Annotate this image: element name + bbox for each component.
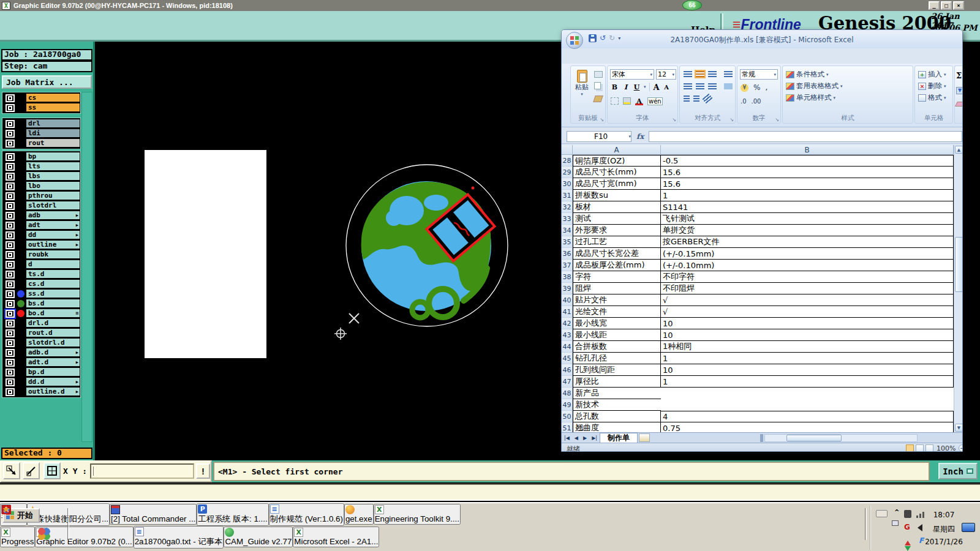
paste-button[interactable]: 粘贴 ▾ <box>573 70 591 97</box>
page-break-view-icon[interactable] <box>925 444 933 452</box>
row-number[interactable]: 38 <box>562 271 573 283</box>
cell-column-a[interactable]: 铜箔厚度(OZ) <box>573 155 661 167</box>
layer-label[interactable]: bs.d <box>26 299 80 308</box>
layer-checkbox[interactable] <box>6 310 15 318</box>
cell-column-b[interactable]: 1种相同 <box>661 341 954 353</box>
zoom-out-icon[interactable]: − <box>959 444 963 452</box>
layer-row[interactable]: adb.d▶ <box>3 348 80 358</box>
layer-checkbox[interactable] <box>6 300 15 308</box>
layer-row[interactable]: outline.d▶ <box>3 387 80 397</box>
underline-button[interactable]: U <box>633 83 641 91</box>
borders-icon[interactable] <box>611 97 619 105</box>
cell-column-b[interactable]: 按GERBER文件 <box>661 236 954 248</box>
layer-checkbox[interactable] <box>6 153 15 161</box>
layer-label[interactable]: lbs <box>26 171 80 181</box>
layer-checkbox[interactable] <box>6 140 15 148</box>
increase-indent-icon[interactable] <box>693 96 699 102</box>
undo-icon[interactable]: ↺ <box>600 34 606 42</box>
layer-row[interactable]: dd.d▶ <box>3 377 80 387</box>
units-toggle-button[interactable]: Inch <box>938 463 978 479</box>
decrease-indent-icon[interactable] <box>684 96 690 102</box>
tab-scroll-splitter[interactable] <box>760 434 763 442</box>
select-all-corner[interactable] <box>562 145 573 155</box>
layer-checkbox[interactable] <box>6 241 15 249</box>
office-button[interactable] <box>566 32 583 49</box>
updown-transfer-icon[interactable] <box>905 538 911 545</box>
row-number[interactable]: 49 <box>562 399 573 411</box>
layer-row[interactable]: bo.d⊞ <box>3 309 80 318</box>
layer-checkbox[interactable] <box>6 251 15 259</box>
merge-center-icon[interactable] <box>724 83 733 89</box>
measure-tool-button[interactable] <box>23 462 40 479</box>
cell-column-b[interactable]: 10 <box>661 364 954 376</box>
layer-checkbox[interactable] <box>6 369 15 377</box>
layer-list-scrollbar[interactable] <box>81 92 92 442</box>
layer-label[interactable]: adt▶ <box>26 220 80 230</box>
row-number[interactable]: 42 <box>562 318 573 329</box>
paste-dropdown-icon[interactable]: ▾ <box>573 92 591 97</box>
layer-row[interactable]: bs.d <box>3 299 80 309</box>
align-center-icon[interactable] <box>696 83 704 89</box>
layer-row[interactable]: rout.d <box>3 328 80 338</box>
layer-label[interactable]: bp.d <box>26 367 80 377</box>
wrap-text-icon[interactable] <box>702 94 712 104</box>
fx-icon[interactable]: fx <box>636 132 644 141</box>
select-corner-tool-button[interactable] <box>3 462 20 479</box>
cell-column-b[interactable] <box>661 388 954 399</box>
maximize-button[interactable]: □ <box>941 1 952 10</box>
layer-label[interactable]: rout <box>26 138 80 148</box>
phonetic-icon[interactable]: wén <box>647 97 663 105</box>
cell-column-b[interactable]: 1 <box>661 353 954 364</box>
layer-label[interactable]: outline.d▶ <box>26 387 80 396</box>
layer-checkbox[interactable] <box>6 280 15 288</box>
cell-column-a[interactable]: 贴片文件 <box>573 294 661 306</box>
comma-style-icon[interactable]: , <box>765 83 767 92</box>
taskbar-button[interactable]: XMicrosoft Excel - 2A1... <box>293 527 379 547</box>
volume-icon[interactable] <box>918 524 922 531</box>
layer-label[interactable]: cs <box>26 93 80 102</box>
row-number[interactable]: 46 <box>562 364 573 376</box>
cell-column-a[interactable]: 光绘文件 <box>573 306 661 318</box>
taskbar-button[interactable]: get.exe <box>344 504 374 525</box>
font-name-select[interactable]: 宋体▾ <box>610 69 654 80</box>
row-number[interactable]: 50 <box>562 411 573 422</box>
excel-window[interactable]: ↺ ↻ ▾ 2A18700GA0制作单.xls [兼容模式] - Microso… <box>561 29 963 452</box>
cell-column-a[interactable]: 测试 <box>573 213 661 225</box>
layer-checkbox[interactable] <box>6 222 15 230</box>
taskbar-button[interactable]: XProgress <box>0 527 35 547</box>
style-button[interactable]: 单元格样式▾ <box>784 92 843 103</box>
shrink-font-button[interactable]: A <box>663 83 671 91</box>
layer-checkbox[interactable] <box>6 320 15 328</box>
cell-column-a[interactable]: 拼板数su <box>573 190 661 201</box>
power-plug-icon[interactable] <box>904 510 911 518</box>
genesis-titlebar[interactable]: X Graphic Editor 9.07b2 (00@HY-HYCAM-PC1… <box>0 0 980 11</box>
horizontal-scroll-thumb[interactable] <box>786 435 842 441</box>
font-dialog-launcher-icon[interactable]: ↘ <box>672 117 676 122</box>
font-size-select[interactable]: 12▾ <box>656 69 676 80</box>
taskbar-button[interactable]: ≡2a18700ga0.txt - 记事本 <box>134 526 224 549</box>
italic-button[interactable]: I <box>622 83 630 91</box>
cell-column-b[interactable]: 1 <box>661 376 954 388</box>
save-icon[interactable] <box>589 34 597 42</box>
cell-column-b[interactable]: 0.75 <box>661 422 954 432</box>
layer-checkbox[interactable] <box>6 130 15 138</box>
job-matrix-button[interactable]: Job Matrix ... <box>2 75 92 89</box>
clear-icon[interactable] <box>955 102 963 107</box>
alert-button[interactable]: ! <box>196 463 210 479</box>
scroll-up-icon[interactable]: ▲ <box>955 146 963 154</box>
cell-column-b[interactable]: 不印字符 <box>661 271 954 283</box>
vertical-scrollbar[interactable]: ▲ ▼ <box>954 145 963 432</box>
cell-column-a[interactable]: 合拼板数 <box>573 341 661 353</box>
collapse-chevron-icon[interactable]: ^ <box>894 509 899 515</box>
cell-column-b[interactable]: 15.6 <box>661 167 954 178</box>
number-dialog-launcher-icon[interactable]: ↘ <box>775 117 779 122</box>
layer-checkbox[interactable] <box>6 202 15 210</box>
align-bottom-icon[interactable] <box>708 71 717 77</box>
layer-row[interactable]: adt▶ <box>3 220 80 230</box>
first-sheet-icon[interactable]: |◀ <box>562 435 572 441</box>
cell-column-b[interactable]: 4 <box>661 411 954 422</box>
minimize-button[interactable]: _ <box>929 1 940 10</box>
align-left-icon[interactable] <box>684 83 692 89</box>
row-number[interactable]: 37 <box>562 260 573 271</box>
copy-icon[interactable] <box>594 82 601 89</box>
